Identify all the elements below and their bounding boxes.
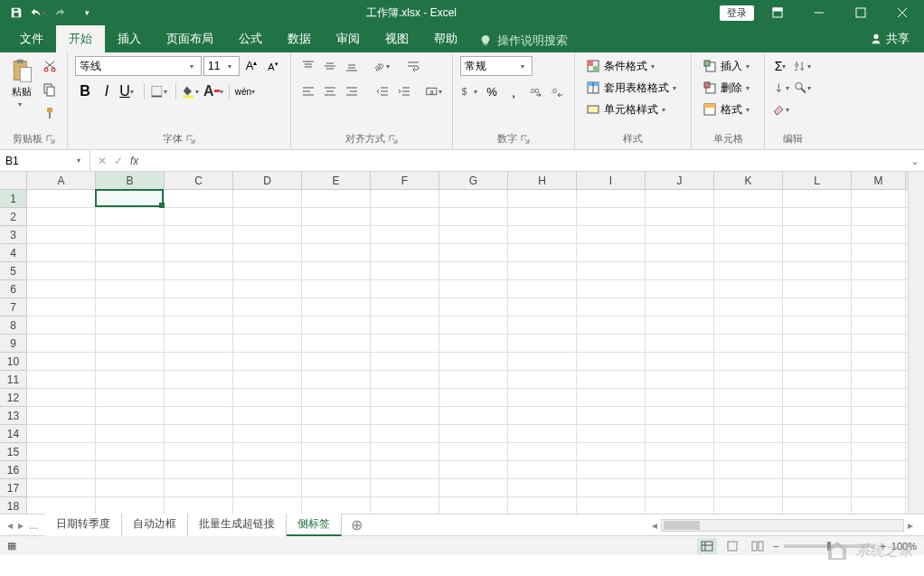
cell-C3[interactable]: [165, 226, 233, 243]
cell-J6[interactable]: [646, 280, 714, 297]
cell-D3[interactable]: [233, 226, 302, 243]
cell-H11[interactable]: [508, 371, 577, 388]
cell-C14[interactable]: [165, 425, 233, 442]
cell-J11[interactable]: [646, 371, 714, 388]
cell-H2[interactable]: [508, 208, 577, 225]
align-left-button[interactable]: [298, 81, 318, 101]
row-header-18[interactable]: 18: [0, 497, 27, 514]
tab-review[interactable]: 审阅: [324, 25, 372, 52]
bold-button[interactable]: B: [75, 81, 95, 101]
cell-H4[interactable]: [508, 244, 577, 261]
cell-C12[interactable]: [165, 389, 233, 406]
cell-B7[interactable]: [96, 298, 165, 316]
cell-D6[interactable]: [233, 280, 302, 297]
tab-insert[interactable]: 插入: [105, 25, 154, 52]
cell-B3[interactable]: [96, 226, 165, 243]
cell-E17[interactable]: [302, 479, 371, 496]
merge-center-button[interactable]: a▾: [425, 81, 445, 101]
column-header-B[interactable]: B: [96, 172, 165, 189]
fill-button[interactable]: ▾: [772, 78, 792, 98]
page-layout-view-button[interactable]: [722, 538, 742, 554]
alignment-launcher[interactable]: [389, 135, 398, 144]
increase-indent-button[interactable]: [394, 81, 414, 101]
cell-I7[interactable]: [577, 298, 646, 316]
cell-G4[interactable]: [439, 244, 508, 261]
cell-C7[interactable]: [165, 298, 233, 316]
row-header-12[interactable]: 12: [0, 389, 27, 407]
decrease-decimal-button[interactable]: .0: [547, 81, 567, 101]
name-box-input[interactable]: [5, 155, 60, 167]
cell-F9[interactable]: [371, 335, 439, 352]
cell-D13[interactable]: [233, 407, 302, 424]
macro-indicator[interactable]: ▦: [7, 540, 16, 552]
number-format-select[interactable]: 常规▾: [460, 56, 533, 76]
border-button[interactable]: ▾: [150, 81, 170, 101]
sheet-tab-0[interactable]: 日期转季度: [45, 514, 122, 536]
cell-D18[interactable]: [233, 497, 302, 514]
cell-G3[interactable]: [439, 226, 508, 243]
comma-format-button[interactable]: ,: [504, 81, 523, 101]
cell-I17[interactable]: [577, 479, 646, 496]
zoom-level[interactable]: 100%: [891, 541, 917, 552]
sheet-tab-3[interactable]: 侧标签: [287, 514, 342, 536]
cell-J10[interactable]: [646, 353, 714, 370]
cell-G17[interactable]: [439, 479, 508, 496]
orientation-button[interactable]: ab▾: [372, 56, 392, 76]
cell-G2[interactable]: [439, 208, 508, 225]
cell-C8[interactable]: [165, 316, 233, 334]
cell-M11[interactable]: [852, 371, 906, 388]
cell-L3[interactable]: [783, 226, 852, 243]
cell-H13[interactable]: [508, 407, 577, 424]
row-header-4[interactable]: 4: [0, 244, 27, 262]
insert-cells-button[interactable]: 插入▾: [699, 56, 757, 76]
cell-G8[interactable]: [439, 316, 508, 334]
row-header-6[interactable]: 6: [0, 280, 27, 298]
clipboard-launcher[interactable]: [46, 135, 55, 144]
cell-E4[interactable]: [302, 244, 371, 261]
cell-M12[interactable]: [852, 389, 906, 406]
cell-C2[interactable]: [165, 208, 233, 225]
cell-I16[interactable]: [577, 461, 646, 478]
underline-button[interactable]: U▾: [118, 81, 138, 101]
cell-J7[interactable]: [646, 298, 714, 316]
autosum-button[interactable]: Σ▾: [772, 56, 792, 76]
minimize-button[interactable]: [801, 1, 837, 24]
cell-A2[interactable]: [27, 208, 96, 225]
italic-button[interactable]: I: [97, 81, 117, 101]
cell-A6[interactable]: [27, 280, 96, 297]
qat-customize-button[interactable]: ▾: [76, 3, 98, 23]
cell-B17[interactable]: [96, 479, 165, 496]
tab-file[interactable]: 文件: [7, 25, 56, 52]
cell-K10[interactable]: [714, 353, 783, 370]
decrease-indent-button[interactable]: [372, 81, 392, 101]
cell-E15[interactable]: [302, 443, 371, 460]
cell-I6[interactable]: [577, 280, 646, 297]
cell-J2[interactable]: [646, 208, 714, 225]
sheet-nav-prev[interactable]: ◂: [7, 519, 13, 532]
cell-B9[interactable]: [96, 335, 165, 352]
cell-B4[interactable]: [96, 244, 165, 261]
cell-A3[interactable]: [27, 226, 96, 243]
cell-G18[interactable]: [439, 497, 508, 514]
increase-decimal-button[interactable]: .00: [525, 81, 545, 101]
cell-C5[interactable]: [165, 262, 233, 279]
expand-formula-bar-button[interactable]: ⌄: [906, 155, 924, 167]
cell-K3[interactable]: [714, 226, 783, 243]
row-header-1[interactable]: 1: [0, 190, 27, 208]
cell-M4[interactable]: [852, 244, 906, 261]
cell-M7[interactable]: [852, 298, 906, 316]
find-select-button[interactable]: ▾: [794, 78, 814, 98]
cell-A14[interactable]: [27, 425, 96, 442]
cell-G13[interactable]: [439, 407, 508, 424]
add-sheet-button[interactable]: ⊕: [342, 516, 372, 534]
cell-B18[interactable]: [96, 497, 165, 514]
column-header-F[interactable]: F: [371, 172, 439, 189]
cell-I3[interactable]: [577, 226, 646, 243]
cell-A13[interactable]: [27, 407, 96, 424]
font-launcher[interactable]: [186, 135, 195, 144]
cell-H10[interactable]: [508, 353, 577, 370]
tell-me-search[interactable]: 操作说明搜索: [470, 29, 577, 52]
column-header-M[interactable]: M: [852, 172, 906, 189]
align-center-button[interactable]: [320, 81, 340, 101]
cell-A17[interactable]: [27, 479, 96, 496]
